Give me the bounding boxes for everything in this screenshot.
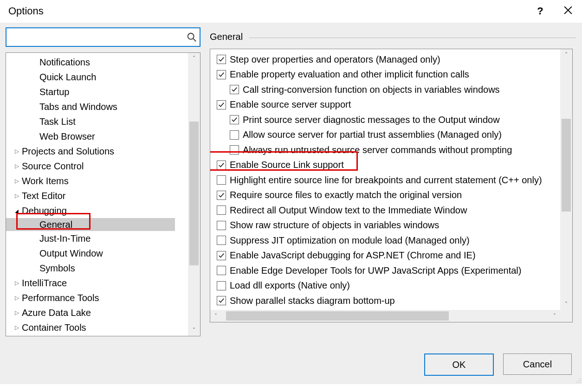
expander-closed-icon[interactable]: ▷ xyxy=(13,163,20,169)
scroll-up-icon[interactable]: ˄ xyxy=(560,49,572,60)
scroll-thumb[interactable] xyxy=(562,119,571,212)
expander-closed-icon[interactable]: ▷ xyxy=(13,178,20,184)
tree-item-work-items[interactable]: ▷Work Items xyxy=(6,174,200,188)
option-label[interactable]: Enable property evaluation and other imp… xyxy=(230,69,469,80)
close-button[interactable] xyxy=(560,3,576,19)
svg-point-6 xyxy=(580,382,581,383)
tree-item-notifications[interactable]: Notifications xyxy=(6,55,200,70)
dialog-body: NotificationsQuick LaunchStartupTabs and… xyxy=(0,22,582,384)
ok-button[interactable]: OK xyxy=(424,353,494,376)
tree-item-label: Projects and Solutions xyxy=(22,146,114,157)
option-label[interactable]: Enable source server support xyxy=(230,99,351,110)
option-label[interactable]: Redirect all Output Window text to the I… xyxy=(230,205,467,216)
tree-item-startup[interactable]: Startup xyxy=(6,84,200,99)
tree-item-web-browser[interactable]: Web Browser xyxy=(6,129,200,144)
scroll-up-icon[interactable]: ˄ xyxy=(188,53,200,64)
options-horizontal-scrollbar[interactable]: ˂ ˃ xyxy=(210,310,560,322)
option-label[interactable]: Always run untrusted source server comma… xyxy=(243,145,512,155)
checkbox[interactable] xyxy=(230,115,239,124)
checkbox[interactable] xyxy=(217,281,226,290)
tree-item-task-list[interactable]: Task List xyxy=(6,114,200,129)
checkbox[interactable] xyxy=(217,236,226,245)
search-box[interactable] xyxy=(6,27,200,47)
expander-closed-icon[interactable]: ▷ xyxy=(13,309,20,316)
option-label[interactable]: Enable JavaScript debugging for ASP.NET … xyxy=(230,250,476,261)
tree-item-intellitrace[interactable]: ▷IntelliTrace xyxy=(6,276,200,290)
tree-item-label: Debugging xyxy=(22,206,67,216)
checkbox[interactable] xyxy=(217,221,226,230)
tree-item-label: General xyxy=(39,219,72,230)
svg-point-0 xyxy=(188,33,194,39)
tree-item-quick-launch[interactable]: Quick Launch xyxy=(6,70,200,84)
title-bar: Options ? xyxy=(0,0,582,22)
checkbox[interactable] xyxy=(217,100,226,109)
scroll-right-icon[interactable]: ˃ xyxy=(549,310,560,322)
resize-grip-icon[interactable] xyxy=(574,376,581,383)
option-label[interactable]: Suppress JIT optimization on module load… xyxy=(230,235,470,246)
tree-item-performance-tools[interactable]: ▷Performance Tools xyxy=(6,290,200,305)
checkbox[interactable] xyxy=(217,175,226,185)
panel-title: General xyxy=(210,32,243,42)
tree-item-azure-data-lake[interactable]: ▷Azure Data Lake xyxy=(6,305,200,320)
option-row: Highlight entire source line for breakpo… xyxy=(210,173,573,188)
tree-item-container-tools[interactable]: ▷Container Tools xyxy=(6,320,200,335)
checkbox[interactable] xyxy=(217,251,226,260)
checkbox[interactable] xyxy=(217,191,226,200)
option-label[interactable]: Highlight entire source line for breakpo… xyxy=(230,175,542,186)
cancel-button[interactable]: Cancel xyxy=(503,353,572,375)
tree-item-projects-and-solutions[interactable]: ▷Projects and Solutions xyxy=(6,144,200,159)
expander-open-icon[interactable]: ◢ xyxy=(13,208,20,213)
tree-item-text-editor[interactable]: ▷Text Editor xyxy=(6,188,200,203)
checkbox[interactable] xyxy=(217,266,226,275)
tree-item-tabs-and-windows[interactable]: Tabs and Windows xyxy=(6,99,200,114)
option-label[interactable]: Enable Edge Developer Tools for UWP Java… xyxy=(230,265,521,276)
option-label[interactable]: Call string-conversion function on objec… xyxy=(243,84,500,95)
tree-item-source-control[interactable]: ▷Source Control xyxy=(6,159,200,174)
options-list: Step over properties and operators (Mana… xyxy=(210,49,573,322)
expander-closed-icon[interactable]: ▷ xyxy=(13,280,20,286)
option-label[interactable]: Print source server diagnostic messages … xyxy=(243,115,500,125)
checkbox[interactable] xyxy=(230,145,239,154)
tree-item-label: Source Control xyxy=(22,161,84,172)
option-row: Step over properties and operators (Mana… xyxy=(210,52,573,67)
search-input[interactable] xyxy=(9,30,187,45)
option-label[interactable]: Show raw structure of objects in variabl… xyxy=(230,220,439,231)
option-label[interactable]: Load dll exports (Native only) xyxy=(230,280,350,291)
checkbox[interactable] xyxy=(217,161,226,170)
checkbox[interactable] xyxy=(217,70,226,79)
checkbox[interactable] xyxy=(217,206,226,215)
checkbox[interactable] xyxy=(230,130,239,140)
option-label[interactable]: Allow source server for partial trust as… xyxy=(243,129,502,140)
svg-point-4 xyxy=(576,382,577,383)
expander-closed-icon[interactable]: ▷ xyxy=(13,148,20,154)
search-icon xyxy=(187,32,197,42)
checkbox[interactable] xyxy=(230,85,239,94)
option-label[interactable]: Show parallel stacks diagram bottom-up xyxy=(230,296,395,306)
tree-scrollbar[interactable]: ˄ ˅ xyxy=(188,53,200,336)
scroll-down-icon[interactable]: ˅ xyxy=(188,325,200,336)
option-row: Always run untrusted source server comma… xyxy=(210,142,573,158)
tree-item-general[interactable]: General xyxy=(6,218,175,231)
scroll-left-icon[interactable]: ˂ xyxy=(210,310,221,322)
option-label[interactable]: Require source files to exactly match th… xyxy=(230,190,462,200)
option-label[interactable]: Step over properties and operators (Mana… xyxy=(230,54,440,65)
tree-item-output-window[interactable]: Output Window xyxy=(6,246,200,261)
checkbox[interactable] xyxy=(217,55,226,64)
expander-closed-icon[interactable]: ▷ xyxy=(13,193,20,199)
tree-item-just-in-time[interactable]: Just-In-Time xyxy=(6,231,200,246)
panel-header: General xyxy=(210,27,576,46)
scroll-down-icon[interactable]: ˅ xyxy=(560,299,572,310)
options-vertical-scrollbar[interactable]: ˄ ˅ xyxy=(560,49,572,310)
scroll-thumb[interactable] xyxy=(189,122,199,265)
scroll-thumb[interactable] xyxy=(226,311,449,321)
expander-closed-icon[interactable]: ▷ xyxy=(13,324,20,331)
expander-closed-icon[interactable]: ▷ xyxy=(13,295,20,301)
tree-item-symbols[interactable]: Symbols xyxy=(6,261,200,276)
option-row: Allow source server for partial trust as… xyxy=(210,128,573,143)
tree-item-debugging[interactable]: ◢Debugging xyxy=(6,203,200,218)
option-row: Print source server diagnostic messages … xyxy=(210,112,573,128)
checkbox[interactable] xyxy=(217,296,226,305)
option-label[interactable]: Enable Source Link support xyxy=(230,160,344,170)
help-button[interactable]: ? xyxy=(532,3,549,19)
option-row: Show parallel stacks diagram bottom-up xyxy=(210,293,573,308)
